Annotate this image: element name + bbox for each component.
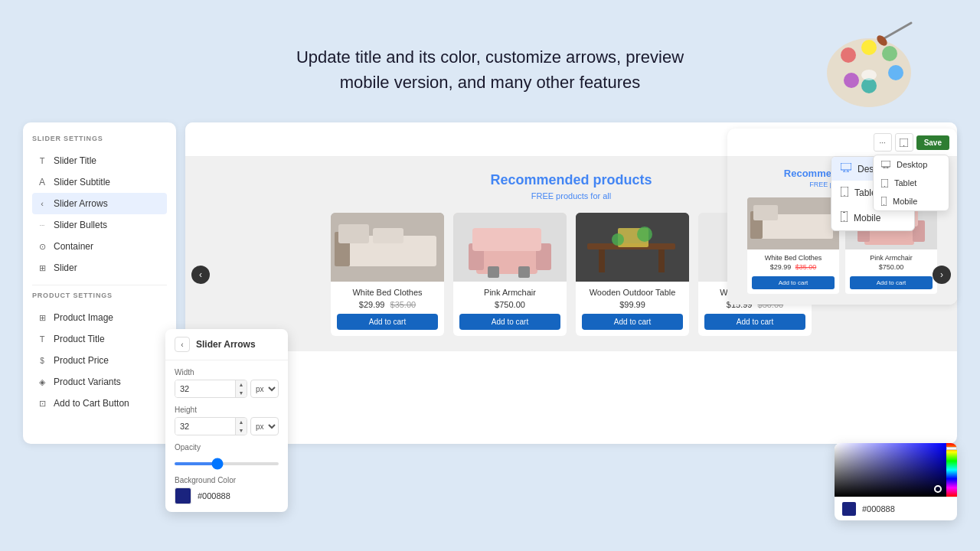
color-gradient-canvas[interactable] [835, 443, 946, 497]
container-label: Container [54, 241, 93, 252]
product-info-3: Wooden Outdoor Table $99.99 Add to cart [576, 282, 689, 336]
slider-bullets-label: Slider Bullets [54, 220, 107, 230]
second-more-button[interactable]: ··· [874, 133, 892, 152]
width-input[interactable] [175, 380, 235, 397]
bg-color-hex: #000888 [198, 491, 230, 500]
second-add-to-cart-btn-1[interactable]: Add to cart [752, 276, 835, 289]
product-image-icon: ⊞ [37, 312, 47, 323]
second-tablet-label: Tablet [894, 178, 916, 187]
svg-point-5 [844, 73, 859, 88]
opacity-slider[interactable] [175, 462, 279, 465]
slider-icon: ⊞ [37, 262, 47, 273]
sidebar-item-slider[interactable]: ⊞ Slider [32, 257, 167, 279]
mobile-icon [841, 211, 848, 224]
product-title-label: Product Title [54, 334, 105, 344]
add-to-cart-btn-3[interactable]: Add to cart [582, 314, 683, 330]
second-add-to-cart-btn-2[interactable]: Add to cart [850, 276, 933, 289]
color-picker: #000888 [835, 443, 957, 520]
panel-divider [32, 285, 167, 285]
product-price-3: $99.99 [582, 300, 683, 309]
second-old-price-1: $35.00 [795, 263, 817, 271]
second-product-info-2: Pink Armchair $750.00 Add to cart [845, 249, 937, 294]
svg-rect-46 [881, 161, 890, 167]
product-title-icon: T [37, 334, 47, 344]
color-picker-gradient-area [835, 443, 957, 497]
left-panel: SLIDER SETTINGS T Slider Title A Slider … [23, 122, 176, 444]
second-mobile-icon [881, 197, 887, 206]
sidebar-item-slider-title[interactable]: T Slider Title [32, 150, 167, 171]
second-product-card-1: White Bed Clothes $29.99 $35.00 Add to c… [747, 197, 839, 294]
sidebar-item-product-variants[interactable]: ◈ Product Variants [32, 371, 167, 393]
width-spin-up[interactable]: ▲ [236, 380, 247, 389]
svg-rect-57 [753, 205, 778, 220]
slider-section-title: SLIDER SETTINGS [32, 135, 167, 142]
text-a-icon: A [37, 177, 47, 187]
product-img-1 [331, 213, 444, 282]
product-info-1: White Bed Clothes $29.99 $35.00 Add to c… [331, 282, 444, 336]
second-desktop-option[interactable]: Desktop [874, 155, 949, 174]
bg-color-swatch[interactable] [175, 487, 191, 504]
second-product-img-1 [747, 197, 839, 249]
second-product-name-1: White Bed Clothes [752, 254, 835, 262]
old-price-1: $35.00 [390, 300, 416, 309]
height-spin-down[interactable]: ▼ [236, 426, 247, 435]
product-section-title: PRODUCT SETTINGS [32, 292, 167, 299]
header-line1: Update title and its color, customize ar… [296, 47, 684, 67]
sidebar-item-slider-bullets[interactable]: ··· Slider Bullets [32, 214, 167, 236]
sidebar-item-product-price[interactable]: $ Product Price [32, 350, 167, 371]
sidebar-item-container[interactable]: ⊙ Container [32, 236, 167, 257]
slider-arrows-label: Slider Arrows [54, 198, 108, 209]
second-product-price-1: $29.99 $35.00 [752, 263, 835, 271]
width-unit-select[interactable]: px % [250, 380, 279, 398]
width-input-row: ▲ ▼ px % [175, 380, 279, 398]
sidebar-item-add-to-cart[interactable]: ⊡ Add to Cart Button [32, 393, 167, 414]
second-device-dropdown: Desktop Tablet Mobile [873, 155, 949, 211]
hue-strip[interactable] [946, 443, 957, 497]
product-img-3 [576, 213, 689, 282]
width-spinners: ▲ ▼ [235, 380, 247, 397]
second-save-button[interactable]: Save [916, 135, 949, 150]
svg-point-19 [844, 220, 844, 221]
second-product-price-2: $750.00 [850, 263, 933, 271]
product-image-label: Product Image [54, 312, 113, 323]
bg-color-label: Background Color [175, 476, 279, 484]
add-to-cart-btn-2[interactable]: Add to cart [459, 314, 560, 330]
add-to-cart-icon: ⊡ [37, 398, 47, 409]
width-input-wrapper: ▲ ▼ [175, 380, 247, 398]
add-to-cart-btn-4[interactable]: Add to cart [704, 314, 805, 330]
slider-arrow-left[interactable]: ‹ [191, 266, 210, 284]
svg-rect-31 [488, 266, 499, 278]
sidebar-item-slider-subtitle[interactable]: A Slider Subtitle [32, 171, 167, 193]
container-icon: ⊙ [37, 241, 47, 252]
second-product-info-1: White Bed Clothes $29.99 $35.00 Add to c… [747, 249, 839, 294]
slider-arrow-right[interactable]: › [933, 266, 951, 284]
arrows-panel-title: Slider Arrows [196, 339, 256, 350]
svg-point-51 [884, 185, 885, 186]
slider-subtitle-label: Slider Subtitle [54, 177, 110, 187]
second-desktop-icon [881, 161, 890, 168]
slider-title-label: Slider Title [54, 155, 96, 166]
chevron-left-icon: ‹ [37, 198, 47, 209]
svg-rect-24 [338, 224, 369, 243]
desktop-icon [841, 163, 851, 174]
product-variants-icon: ◈ [37, 377, 47, 387]
second-tablet-dropdown-icon [881, 179, 888, 187]
sidebar-item-slider-arrows[interactable]: ‹ Slider Arrows [32, 193, 167, 214]
height-unit-select[interactable]: px % [250, 417, 279, 435]
svg-point-38 [612, 233, 624, 246]
mobile-label: Mobile [854, 213, 880, 223]
second-tablet-option[interactable]: Tablet [874, 174, 949, 192]
second-product-name-2: Pink Armchair [850, 254, 933, 262]
height-input[interactable] [175, 418, 235, 435]
product-card-1: White Bed Clothes $29.99 $35.00 Add to c… [331, 213, 444, 336]
width-spin-down[interactable]: ▼ [236, 389, 247, 397]
sidebar-item-product-title[interactable]: T Product Title [32, 328, 167, 350]
arrows-panel-back-button[interactable]: ‹ [175, 337, 190, 352]
arrows-panel-body: Width ▲ ▼ px % Height ▲ ▼ [165, 360, 288, 512]
second-tablet-button[interactable] [895, 133, 913, 152]
height-spin-up[interactable]: ▲ [236, 418, 247, 426]
height-input-wrapper: ▲ ▼ [175, 417, 247, 435]
sidebar-item-product-image[interactable]: ⊞ Product Image [32, 307, 167, 328]
second-mobile-option[interactable]: Mobile [874, 192, 949, 210]
add-to-cart-btn-1[interactable]: Add to cart [337, 314, 438, 330]
